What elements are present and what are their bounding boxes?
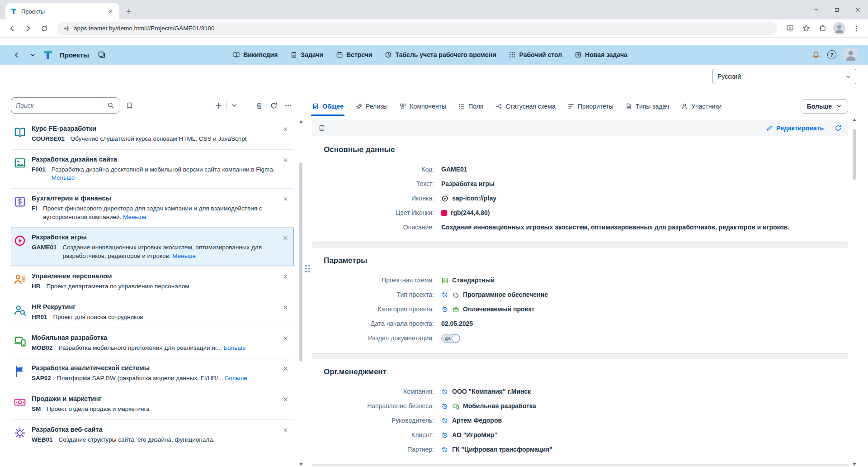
scroll-down-icon[interactable] xyxy=(299,463,303,466)
remove-project-icon[interactable] xyxy=(280,305,290,322)
toggle-desc-link[interactable]: Больше xyxy=(225,375,247,381)
history-icon[interactable] xyxy=(441,403,448,410)
project-title: Мобильная разработка xyxy=(32,334,275,341)
toggle-desc-link[interactable]: Больше xyxy=(223,344,245,351)
project-list-item[interactable]: Разработка веб-сайта WEB01 Создание стру… xyxy=(11,420,294,451)
history-icon[interactable] xyxy=(441,417,448,424)
tab-fields[interactable]: Поля xyxy=(458,96,483,116)
window-minimize-button[interactable] xyxy=(806,0,826,19)
refresh-icon[interactable] xyxy=(835,124,842,132)
back-button[interactable] xyxy=(5,21,19,36)
window-close-button[interactable] xyxy=(847,0,868,19)
url-bar[interactable]: apps.teamer.by/demo.html#/Projects/GAME0… xyxy=(57,22,777,35)
nav-item-new-task[interactable]: Новая задача xyxy=(575,51,627,58)
project-list-item[interactable]: Курс FE-разработки COURSE01 Обучение слу… xyxy=(11,119,294,150)
scroll-up-icon[interactable] xyxy=(299,120,303,123)
nav-item-tasks[interactable]: Задачи xyxy=(290,51,323,58)
play-circle-icon xyxy=(441,195,448,202)
refresh-icon[interactable] xyxy=(270,102,278,110)
remove-project-icon[interactable] xyxy=(280,335,290,353)
remove-project-icon[interactable] xyxy=(280,274,290,291)
project-list-item[interactable]: HR Рекрутинг HR01 Проект для поиска сотр… xyxy=(11,297,294,328)
history-icon[interactable] xyxy=(441,388,448,396)
nav-item-desktop[interactable]: Рабочий стол xyxy=(509,51,562,58)
scrollbar-thumb[interactable] xyxy=(853,129,856,180)
add-options-chevron-icon[interactable] xyxy=(231,102,237,109)
list-scrollbar[interactable] xyxy=(298,119,304,467)
bookmark-star-icon[interactable] xyxy=(799,21,813,36)
remove-project-icon[interactable] xyxy=(280,396,290,414)
search-icon[interactable] xyxy=(107,102,114,109)
window-maximize-button[interactable] xyxy=(826,0,847,19)
nav-back-icon[interactable] xyxy=(10,48,23,61)
remove-project-icon[interactable] xyxy=(280,427,290,444)
project-title: Продажи и маркетинг xyxy=(32,395,275,402)
tabs-more-button[interactable]: Больше xyxy=(801,99,848,114)
project-list-item[interactable]: Мобильная разработка MOB02 Разработка мо… xyxy=(11,328,294,359)
teamer-favicon xyxy=(10,8,17,15)
project-list-item-selected[interactable]: Разработка игры GAME01 Создание инноваци… xyxy=(11,228,294,267)
journal-icon[interactable] xyxy=(318,124,326,132)
tab-releases[interactable]: Релизы xyxy=(355,96,388,116)
new-tab-button[interactable] xyxy=(122,5,136,18)
content-scrollbar[interactable] xyxy=(851,117,857,467)
scroll-up-icon[interactable] xyxy=(853,119,856,121)
project-list-item[interactable]: Бухгалтерия и финансы FI Проект финансов… xyxy=(11,189,294,228)
history-icon[interactable] xyxy=(441,446,448,453)
project-desc: Проект финансового директора для задач к… xyxy=(43,205,275,221)
remove-project-icon[interactable] xyxy=(280,157,290,182)
tab-members[interactable]: Участники xyxy=(681,96,722,116)
edit-button[interactable]: Редактировать xyxy=(776,124,824,132)
project-list-item[interactable]: Разработка аналитической системы SAP02 П… xyxy=(11,358,294,389)
projects-switcher-icon[interactable] xyxy=(95,48,108,61)
tab-close-icon[interactable] xyxy=(107,7,115,15)
remove-project-icon[interactable] xyxy=(280,126,290,143)
history-icon[interactable] xyxy=(441,291,448,299)
delete-icon[interactable] xyxy=(255,102,263,110)
toggle-desc-link[interactable]: Меньше xyxy=(172,253,196,259)
browser-profile-avatar[interactable] xyxy=(833,22,845,34)
documentation-toggle[interactable]: ДА xyxy=(441,334,460,343)
nav-item-wiki[interactable]: Википедия xyxy=(233,51,278,58)
tab-general[interactable]: Общее xyxy=(312,96,344,116)
browser-tab[interactable]: Проекты xyxy=(5,3,119,19)
history-icon[interactable] xyxy=(441,306,448,313)
language-select[interactable]: Русский xyxy=(712,69,856,84)
project-list-item[interactable]: Разработка дизайна сайта F001 Разработка… xyxy=(11,150,294,189)
browser-menu-icon[interactable] xyxy=(849,21,863,36)
help-icon[interactable]: ? xyxy=(827,50,836,59)
tab-components[interactable]: Компоненты xyxy=(399,96,446,116)
site-settings-icon[interactable] xyxy=(63,25,70,32)
more-actions-icon[interactable] xyxy=(284,102,292,110)
toggle-desc-link[interactable]: Меньше xyxy=(123,214,146,220)
nav-item-meetings[interactable]: Встречи xyxy=(336,51,372,58)
pencil-icon[interactable] xyxy=(766,125,773,132)
project-list-item[interactable]: Управление персоналом HR Проект департам… xyxy=(11,267,294,297)
toggle-desc-link[interactable]: Меньше xyxy=(52,174,75,181)
hr-person-icon xyxy=(14,273,26,286)
install-app-icon[interactable] xyxy=(783,21,797,36)
forward-button[interactable] xyxy=(21,21,35,36)
project-list-item[interactable]: Продажи и маркетинг SM Проект отдела про… xyxy=(11,389,294,420)
add-project-icon[interactable] xyxy=(215,102,222,110)
tab-task-types[interactable]: Типы задач xyxy=(625,96,669,116)
search-input[interactable] xyxy=(16,102,104,109)
tab-priorities[interactable]: Приоритеты xyxy=(567,96,613,116)
search-box[interactable] xyxy=(11,97,119,114)
remove-project-icon[interactable] xyxy=(280,366,290,383)
notifications-bell-icon[interactable] xyxy=(812,51,820,59)
scroll-down-icon[interactable] xyxy=(853,463,856,466)
remove-project-icon[interactable] xyxy=(280,196,290,221)
nav-dropdown-icon[interactable] xyxy=(26,48,39,61)
extensions-icon[interactable] xyxy=(815,21,830,36)
panel-resize-handle[interactable] xyxy=(305,265,310,272)
remove-project-icon[interactable] xyxy=(280,235,290,260)
nav-item-timesheet[interactable]: Табель учета рабочего времени xyxy=(385,51,496,58)
tab-status-scheme[interactable]: Статусная схема xyxy=(495,96,555,116)
history-icon[interactable] xyxy=(441,432,448,439)
saved-filters-bookmark-icon[interactable] xyxy=(126,102,133,110)
reload-button[interactable] xyxy=(37,21,52,36)
user-avatar[interactable] xyxy=(844,48,858,62)
scrollbar-thumb[interactable] xyxy=(299,162,302,362)
book-icon xyxy=(233,51,240,58)
